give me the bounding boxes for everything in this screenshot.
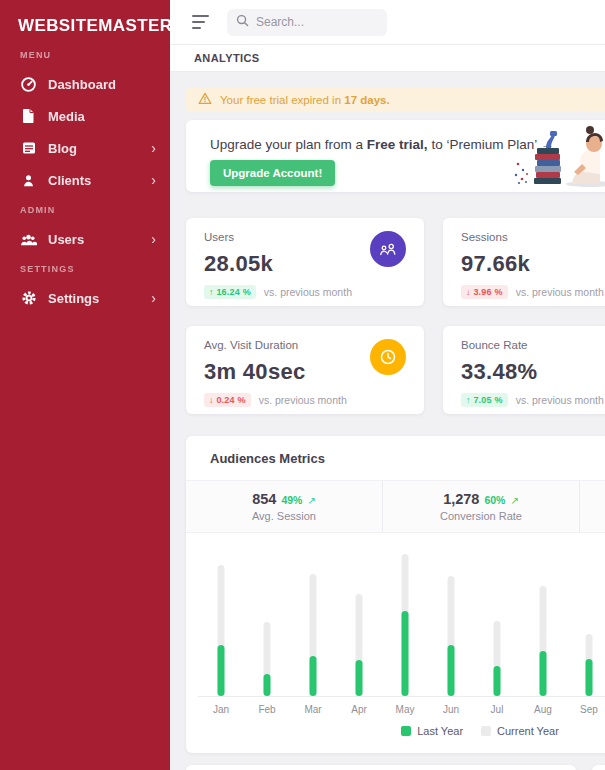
sidebar-item-settings[interactable]: Settings › bbox=[0, 282, 170, 314]
stat-delta: 49% bbox=[281, 494, 302, 506]
bar-last-year bbox=[356, 660, 363, 696]
chart-bar-group bbox=[198, 545, 244, 696]
bar-last-year bbox=[402, 611, 409, 696]
bar-last-year bbox=[494, 666, 501, 696]
stat-delta: 60% bbox=[484, 494, 505, 506]
menu-toggle-icon[interactable] bbox=[192, 15, 210, 29]
chart-bar-group bbox=[474, 545, 520, 696]
file-icon bbox=[20, 108, 37, 125]
chevron-right-icon: › bbox=[151, 173, 156, 187]
sidebar-item-label: Clients bbox=[48, 173, 91, 188]
legend-label: Current Year bbox=[497, 725, 559, 737]
chart-bar-group bbox=[336, 545, 382, 696]
trend-up-icon: ↗ bbox=[510, 495, 518, 506]
search-input[interactable] bbox=[256, 15, 376, 29]
stat-note: vs. previous month bbox=[516, 286, 604, 298]
sidebar-item-label: Media bbox=[48, 109, 85, 124]
stat-cell-cropped bbox=[580, 481, 605, 532]
chart-month-label: Mar bbox=[290, 704, 336, 715]
delta-badge: ↓ 3.96 % bbox=[461, 285, 508, 299]
chart-bar-group bbox=[566, 545, 605, 696]
blog-icon bbox=[20, 140, 37, 157]
chart-bar-group bbox=[382, 545, 428, 696]
delta-badge: ↑ 16.24 % bbox=[204, 285, 256, 299]
delta-badge: ↓ 0.24 % bbox=[204, 393, 251, 407]
upgrade-illustration bbox=[510, 120, 605, 192]
stat-cards-row-2: Avg. Visit Duration 3m 40sec ↓ 0.24 % vs… bbox=[186, 326, 605, 414]
legend-item[interactable]: Current Year bbox=[481, 725, 559, 737]
users-icon bbox=[20, 231, 37, 248]
stat-label: Bounce Rate bbox=[461, 339, 605, 351]
sidebar-item-label: Blog bbox=[48, 141, 77, 156]
trend-up-icon: ↗ bbox=[307, 495, 315, 506]
chevron-right-icon: › bbox=[151, 232, 156, 246]
chart-bar-group bbox=[428, 545, 474, 696]
trial-alert-text: Your free trial expired in 17 days. bbox=[220, 94, 390, 106]
content: Your free trial expired in 17 days. Upgr… bbox=[170, 72, 605, 770]
chart-month-label: Jan bbox=[198, 704, 244, 715]
sidebar-item-media[interactable]: Media bbox=[0, 100, 170, 132]
gauge-icon bbox=[20, 76, 37, 93]
stat-note: vs. previous month bbox=[516, 394, 604, 406]
arrow-down-icon: ↓ bbox=[209, 395, 214, 405]
stat-value: 97.66k bbox=[461, 251, 605, 277]
sidebar-item-label: Users bbox=[48, 232, 84, 247]
upgrade-account-button[interactable]: Upgrade Account! bbox=[210, 160, 335, 186]
sidebar-item-users[interactable]: Users › bbox=[0, 223, 170, 255]
chart-bar-group bbox=[244, 545, 290, 696]
stat-card-sessions: Sessions 97.66k ↓ 3.96 % vs. previous mo… bbox=[443, 218, 605, 306]
bar-last-year bbox=[540, 651, 547, 696]
gear-icon bbox=[20, 290, 37, 307]
bottom-cards-row: Users by Device ⋮ bbox=[186, 765, 605, 770]
upgrade-banner: Upgrade your plan from a Free trial, to … bbox=[186, 120, 605, 192]
sidebar-section-menu: MENU bbox=[0, 50, 170, 60]
stat-note: vs. previous month bbox=[264, 286, 352, 298]
stat-conversion-rate: 1,278 60% ↗ Conversion Rate bbox=[383, 481, 580, 532]
chart-month-label: Jul bbox=[474, 704, 520, 715]
stat-avg-session: 854 49% ↗ Avg. Session bbox=[186, 481, 383, 532]
card-title: Audiences Metrics bbox=[186, 451, 605, 466]
legend-swatch bbox=[481, 726, 491, 736]
stat-cards-row-1: Users 28.05k ↑ 16.24 % vs. previous mont… bbox=[186, 218, 605, 306]
bar-chart-labels: JanFebMarAprMayJunJulAugSep bbox=[198, 704, 605, 715]
chart-month-label: Feb bbox=[244, 704, 290, 715]
stat-card-bounce-rate: Bounce Rate 33.48% ↑ 7.05 % vs. previous… bbox=[443, 326, 605, 414]
brand-logo: WEBSITEMASTER bbox=[0, 0, 170, 36]
sidebar-item-blog[interactable]: Blog › bbox=[0, 132, 170, 164]
stat-value: 854 bbox=[252, 491, 276, 507]
stat-label: Sessions bbox=[461, 231, 605, 243]
bar-chart-plot bbox=[198, 545, 605, 697]
bar-chart: JanFebMarAprMayJunJulAugSep Last YearCur… bbox=[186, 533, 605, 737]
legend-item[interactable]: Last Year bbox=[401, 725, 463, 737]
stat-value: 33.48% bbox=[461, 359, 605, 385]
chart-bar-group bbox=[290, 545, 336, 696]
page-title: ANALYTICS bbox=[170, 44, 605, 72]
sidebar-section-settings: SETTINGS bbox=[0, 264, 170, 274]
stat-card-users: Users 28.05k ↑ 16.24 % vs. previous mont… bbox=[186, 218, 424, 306]
legend-swatch bbox=[401, 726, 411, 736]
legend-label: Last Year bbox=[417, 725, 463, 737]
chart-bar-group bbox=[520, 545, 566, 696]
bar-last-year bbox=[586, 659, 593, 697]
main-area: ANALYTICS Your free trial expired in 17 … bbox=[170, 0, 605, 770]
stat-value: 1,278 bbox=[443, 491, 479, 507]
cropped-card bbox=[592, 765, 605, 770]
users-icon bbox=[370, 231, 406, 267]
topbar bbox=[170, 0, 605, 44]
chevron-right-icon: › bbox=[151, 141, 156, 155]
sidebar-item-clients[interactable]: Clients › bbox=[0, 164, 170, 196]
sidebar-item-label: Settings bbox=[48, 291, 99, 306]
trial-alert: Your free trial expired in 17 days. bbox=[186, 87, 605, 112]
warning-icon bbox=[198, 92, 212, 107]
stat-label: Avg. Session bbox=[252, 510, 316, 522]
clock-icon bbox=[370, 339, 406, 375]
delta-badge: ↑ 7.05 % bbox=[461, 393, 508, 407]
search-box[interactable] bbox=[227, 9, 387, 36]
stat-note: vs. previous month bbox=[259, 394, 347, 406]
sidebar-item-dashboard[interactable]: Dashboard bbox=[0, 68, 170, 100]
sidebar-section-admin: ADMIN bbox=[0, 205, 170, 215]
bar-last-year bbox=[310, 656, 317, 696]
audiences-stats-row: 854 49% ↗ Avg. Session 1,278 60% ↗ Conve… bbox=[186, 480, 605, 533]
users-by-device-card: Users by Device ⋮ bbox=[186, 765, 576, 770]
stat-label: Conversion Rate bbox=[440, 510, 522, 522]
